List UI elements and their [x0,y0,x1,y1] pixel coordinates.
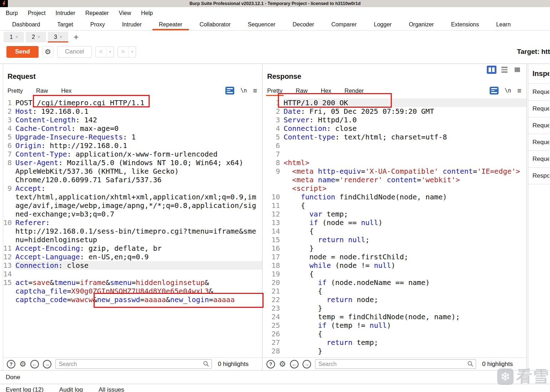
main-tab-repeater[interactable]: Repeater [150,19,191,30]
response-code[interactable]: 1HTTP/1.0 200 OK2Date: Fri, 05 Dec 2025 … [263,96,526,357]
main-tab-extensions[interactable]: Extensions [442,19,488,30]
close-tab-icon[interactable]: × [38,35,40,40]
menu-item-repeater[interactable]: Repeater [85,10,109,16]
code-text: Chrome/120.0.6099.71 Safari/537.36 [15,175,262,184]
single-layout-button[interactable] [512,66,522,74]
cancel-button[interactable]: Cancel [57,46,92,58]
history-forward-button[interactable]: > [118,47,128,57]
show-newlines-toggle[interactable]: \n [505,87,511,94]
response-view-tab-hex[interactable]: Hex [321,87,331,94]
repeater-tab-3[interactable]: 3× [48,32,68,42]
request-view-tab-pretty[interactable]: Pretty [8,87,23,94]
code-text: Accept-Encoding: gzip, deflate, br [15,244,262,253]
code-line: 1HTTP/1.0 200 OK [263,98,526,107]
line-number: 9 [3,184,15,193]
main-tab-intruder[interactable]: Intruder [114,19,150,30]
code-text: return null; [284,235,526,244]
history-forward-dropdown[interactable]: ▼ [128,47,136,57]
history-back-button[interactable]: < [96,47,106,57]
request-title: Request [8,72,257,81]
line-number [3,227,15,235]
close-tab-icon[interactable]: × [60,35,62,40]
main-tab-target[interactable]: Target [49,19,81,30]
menu-item-intruder[interactable]: Intruder [56,10,75,16]
inspector-section[interactable]: Request [528,117,549,134]
main-tab-learn[interactable]: Learn [488,19,519,30]
code-line: <meta name='renderer' content='webkit'> [263,175,526,184]
line-number [263,175,284,184]
columns-layout-button[interactable] [487,66,496,74]
editor-menu-icon[interactable]: ≡ [253,87,257,95]
repeater-tab-label: 3 [54,34,57,40]
prettify-icon[interactable] [490,87,499,95]
request-view-tab-hex[interactable]: Hex [61,87,71,94]
code-text: Content-Length: 142 [15,116,262,124]
code-text: function findChildNode(node, name) [284,193,526,201]
search-settings-icon[interactable]: ⚙ [279,360,286,368]
main-tab-collaborator[interactable]: Collaborator [191,19,239,30]
code-line: 27 return temp; [263,338,526,347]
history-back-dropdown[interactable]: ▼ [106,47,114,57]
response-view-tab-pretty[interactable]: Pretty [267,87,282,94]
search-input[interactable] [315,359,476,369]
code-line: captcha_code=wawcw&new_passwd=aaaaa&new_… [3,295,262,304]
inspector-section[interactable]: Request [528,151,549,168]
show-newlines-toggle[interactable]: \n [240,87,247,94]
main-tab-logger[interactable]: Logger [365,19,400,30]
menu-item-help[interactable]: Help [141,10,153,16]
menu-item-view[interactable]: View [119,10,131,16]
inspector-section[interactable]: Request [528,84,549,101]
send-button[interactable]: Send [6,46,39,58]
line-number: 10 [263,193,284,201]
code-text: User-Agent: Mozilla/5.0 (Windows NT 10.0… [15,158,262,167]
code-line: 9Accept: [3,184,262,193]
history-back-group: < ▼ [95,46,114,57]
inspector-section[interactable]: Request [528,134,549,151]
code-text: { [284,287,526,295]
code-text: Server: Httpd/1.0 [284,116,526,124]
prev-match-button[interactable]: ← [290,360,299,368]
prettify-icon[interactable] [225,87,234,95]
repeater-tab-2[interactable]: 2× [26,32,46,42]
main-tab-dashboard[interactable]: Dashboard [4,19,49,30]
request-view-tab-raw[interactable]: Raw [36,87,48,94]
main-tab-sequencer[interactable]: Sequencer [239,19,284,30]
repeater-tab-1[interactable]: 1× [4,32,24,42]
code-line: 2Host: 192.168.0.1 [3,107,262,116]
help-icon[interactable]: ? [7,360,15,368]
menu-item-burp[interactable]: Burp [6,10,18,16]
main-tab-organizer[interactable]: Organizer [400,19,442,30]
help-icon[interactable]: ? [266,360,275,368]
inspector-section[interactable]: Response [528,168,549,184]
response-view-tab-render[interactable]: Render [344,87,364,94]
rows-layout-button[interactable] [500,66,509,74]
request-code[interactable]: 1POST /cgi/timepro.cgi HTTP/1.12Host: 19… [3,96,262,357]
inspector-section[interactable]: Request [528,101,549,117]
response-view-tab-raw[interactable]: Raw [296,87,308,94]
main-tab-proxy[interactable]: Proxy [82,19,114,30]
code-text: POST /cgi/timepro.cgi HTTP/1.1 [15,98,262,107]
code-text: { [284,201,526,210]
prev-match-button[interactable]: ← [30,360,39,368]
next-match-button[interactable]: → [43,360,51,368]
bottom-bar: Event log (12)Audit logAll issues [0,384,550,392]
bottom-tab-all-issues[interactable]: All issues [99,386,124,392]
line-number [3,287,15,295]
editor-menu-icon[interactable]: ≡ [517,87,521,95]
watermark: ❄ 看雪 [497,366,549,387]
request-search-bar: ? ⚙ ← → 0 highlights [3,357,262,370]
main-tab-decoder[interactable]: Decoder [284,19,322,30]
add-tab-button[interactable]: + [74,32,79,42]
next-match-button[interactable]: → [302,360,311,368]
close-tab-icon[interactable]: × [15,35,18,40]
menu-item-project[interactable]: Project [28,10,46,16]
bottom-tab-audit-log[interactable]: Audit log [59,386,83,392]
code-line: 15 return null; [263,235,526,244]
send-settings-button[interactable]: ⚙ [42,46,54,57]
main-tab-comparer[interactable]: Comparer [323,19,365,30]
search-settings-icon[interactable]: ⚙ [19,360,26,368]
code-line: 14 { [263,227,526,235]
search-input[interactable] [55,359,212,369]
bottom-tab-event-log-12-[interactable]: Event log (12) [6,386,44,392]
code-text: if (node.nodeName == name) [284,278,526,287]
